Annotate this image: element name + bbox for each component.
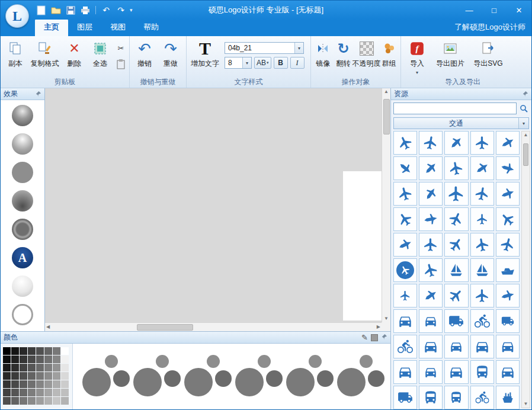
resource-item-car[interactable] [496,360,520,384]
opacity-button[interactable]: 不透明度 [354,38,380,69]
color-swatch[interactable] [28,389,36,396]
group-objects-button[interactable]: 群组 [380,38,399,69]
scroll-left-icon[interactable]: ◀ [46,325,50,329]
color-swatch[interactable] [28,380,36,388]
app-logo[interactable]: L [5,4,29,28]
color-swatch[interactable] [61,389,69,396]
resource-item-car[interactable] [393,309,417,333]
redo-quick-button[interactable]: ↷ [115,4,127,16]
vertical-scroll-thumb[interactable] [383,99,390,134]
resource-item-bus[interactable] [419,386,443,409]
color-swatch[interactable] [3,355,11,363]
resource-item-sail[interactable] [444,258,468,282]
tab-layers[interactable]: 图层 [68,19,101,36]
resource-item-plane[interactable] [470,284,494,308]
resource-item-plane[interactable] [393,207,417,231]
color-swatch[interactable] [44,355,52,363]
resource-item-bus[interactable] [470,360,494,384]
resource-item-bike[interactable] [393,335,417,358]
chevron-down-icon[interactable]: ▾ [294,43,303,53]
resource-item-jet[interactable] [393,233,417,257]
pin-icon[interactable] [381,334,387,342]
resource-item-plane[interactable] [419,131,443,155]
resource-item-truck[interactable] [444,309,468,333]
print-button[interactable] [79,4,91,16]
search-icon[interactable] [518,103,529,114]
template-preview[interactable] [133,354,181,400]
italic-button[interactable]: I [290,57,305,69]
horizontal-scroll-thumb[interactable] [137,324,193,331]
canvas-page[interactable] [343,171,382,321]
color-swatch[interactable] [61,380,69,388]
resource-item-plane[interactable] [393,131,417,155]
color-swatch[interactable] [11,347,19,355]
chevron-down-icon[interactable]: ▾ [416,70,418,75]
color-swatch[interactable] [44,347,52,355]
canvas-horizontal-scrollbar[interactable]: ◀ ▶ [45,322,382,331]
effect-item-sphere-light[interactable] [12,276,33,297]
resource-item-plane[interactable] [393,284,417,308]
resource-item-truck[interactable] [496,309,520,333]
new-document-button[interactable] [35,4,47,16]
canvas-area[interactable]: ▲ ▼ ◀ ▶ [45,88,390,331]
export-image-button[interactable]: 导出图片 [431,38,469,69]
template-preview[interactable] [82,354,130,400]
flip-button[interactable]: ↻ 翻转 [333,38,353,69]
resource-item-plane[interactable] [444,207,468,231]
resource-item-ship[interactable] [496,386,520,409]
resource-item-plane[interactable] [470,131,494,155]
color-swatch[interactable] [36,364,44,371]
resource-item-plane[interactable] [393,182,417,206]
template-preview[interactable] [286,354,334,400]
color-swatch[interactable] [36,355,44,363]
chevron-down-icon[interactable]: ▾ [242,57,251,68]
color-swatch[interactable] [36,397,44,405]
copy-button[interactable]: 副本 [2,38,28,69]
color-swatch[interactable] [61,364,69,371]
delete-button[interactable]: ✕ 删除 [61,38,87,69]
color-swatch[interactable] [44,364,52,371]
resource-item-plane[interactable] [444,156,468,180]
color-swatch[interactable] [61,347,69,355]
resource-item-plane[interactable] [419,258,443,282]
open-file-button[interactable] [50,4,62,16]
mirror-button[interactable]: 镜像 [313,38,333,69]
font-select[interactable]: 04b_21 ▾ [225,42,304,54]
resources-scroll-thumb[interactable] [523,143,528,166]
color-swatch[interactable] [53,347,60,355]
color-swatch[interactable] [20,364,27,371]
cut-button[interactable]: ✂ [114,41,127,55]
color-swatch[interactable] [11,397,19,405]
effect-item-letter[interactable]: A [12,247,33,268]
color-swatch[interactable] [3,397,11,405]
color-swatch[interactable] [53,372,60,380]
resource-item-jet[interactable] [496,156,520,180]
color-swatch[interactable] [61,372,69,380]
template-preview[interactable] [184,354,232,400]
resource-item-jet[interactable] [496,131,520,155]
color-swatch[interactable] [11,389,19,396]
resource-item-sail[interactable] [470,258,494,282]
pin-icon[interactable] [35,91,41,97]
resource-item-jet[interactable] [470,156,494,180]
category-dropdown[interactable]: 交通 ▾ [393,117,529,129]
resource-item-car[interactable] [470,335,494,358]
color-swatch[interactable] [61,355,69,363]
color-swatch[interactable] [53,355,60,363]
select-all-button[interactable]: 全选 [87,38,113,69]
effect-item-ring-thick[interactable] [12,219,33,240]
resource-item-car[interactable] [444,335,468,358]
color-swatch[interactable] [44,372,52,380]
search-input[interactable] [393,102,517,114]
scroll-down-icon[interactable]: ▼ [384,316,389,321]
color-swatch[interactable] [28,347,36,355]
resource-item-jet[interactable] [496,284,520,308]
color-swatch[interactable] [28,372,36,380]
color-swatch[interactable] [3,389,11,396]
import-button[interactable]: f 导入 ▾ [403,38,431,75]
effect-item-ring-thin[interactable] [12,304,33,325]
effect-item-flat[interactable] [12,162,33,183]
scroll-up-icon[interactable]: ▲ [524,133,528,137]
resource-item-jet[interactable] [419,156,443,180]
tab-view[interactable]: 视图 [101,19,134,36]
